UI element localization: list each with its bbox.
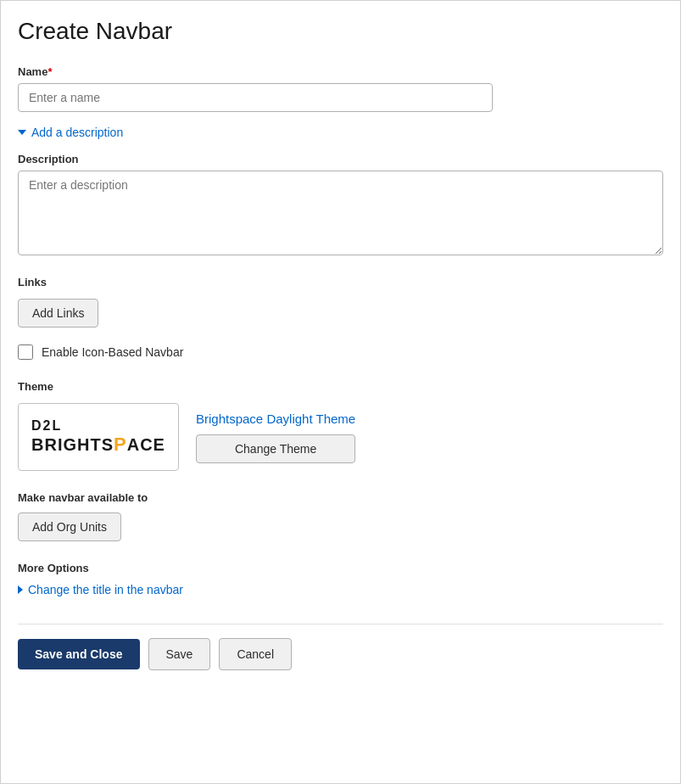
name-label: Name* bbox=[18, 65, 663, 78]
cancel-button[interactable]: Cancel bbox=[219, 638, 292, 670]
org-units-section: Make navbar available to Add Org Units bbox=[18, 491, 663, 541]
more-options-title: More Options bbox=[18, 562, 663, 574]
enable-icon-navbar-checkbox[interactable] bbox=[18, 344, 33, 360]
theme-preview: D2L BRIGHTSPACE bbox=[18, 403, 179, 471]
add-org-units-button[interactable]: Add Org Units bbox=[18, 512, 121, 541]
make-available-label: Make navbar available to bbox=[18, 491, 663, 504]
theme-label: Theme bbox=[18, 380, 663, 393]
links-label: Links bbox=[18, 276, 663, 288]
theme-section: Theme D2L BRIGHTSPACE Brightspace Daylig… bbox=[18, 380, 663, 471]
page-container: Create Navbar Name* Add a description De… bbox=[0, 0, 681, 784]
more-options-section: More Options Change the title in the nav… bbox=[18, 562, 663, 596]
save-and-close-button[interactable]: Save and Close bbox=[18, 639, 140, 669]
name-input[interactable] bbox=[18, 83, 493, 112]
theme-info: Brightspace Daylight Theme Change Theme bbox=[196, 412, 355, 463]
change-title-link[interactable]: Change the title in the navbar bbox=[18, 583, 183, 596]
chevron-right-icon bbox=[18, 585, 23, 594]
accent-letter: P bbox=[114, 434, 127, 456]
description-section: Description bbox=[18, 153, 663, 259]
theme-name: Brightspace Daylight Theme bbox=[196, 412, 355, 426]
icon-navbar-row: Enable Icon-Based Navbar bbox=[18, 344, 663, 360]
page-title: Create Navbar bbox=[18, 18, 663, 45]
save-button[interactable]: Save bbox=[148, 638, 211, 670]
required-indicator: * bbox=[47, 65, 52, 78]
change-theme-button[interactable]: Change Theme bbox=[196, 434, 355, 463]
enable-icon-navbar-label: Enable Icon-Based Navbar bbox=[42, 345, 183, 359]
footer-buttons: Save and Close Save Cancel bbox=[18, 624, 663, 670]
description-label: Description bbox=[18, 153, 663, 165]
description-textarea[interactable] bbox=[18, 171, 663, 255]
links-section: Links Add Links bbox=[18, 276, 663, 328]
d2l-text: D2L bbox=[31, 418, 62, 434]
theme-content: D2L BRIGHTSPACE Brightspace Daylight The… bbox=[18, 403, 663, 471]
add-links-button[interactable]: Add Links bbox=[18, 299, 98, 328]
brightspace-text: BRIGHTSPACE bbox=[31, 434, 165, 456]
add-description-toggle[interactable]: Add a description bbox=[18, 126, 123, 139]
brightspace-logo: D2L BRIGHTSPACE bbox=[31, 418, 165, 456]
chevron-down-icon bbox=[18, 130, 26, 135]
name-section: Name* bbox=[18, 65, 663, 112]
